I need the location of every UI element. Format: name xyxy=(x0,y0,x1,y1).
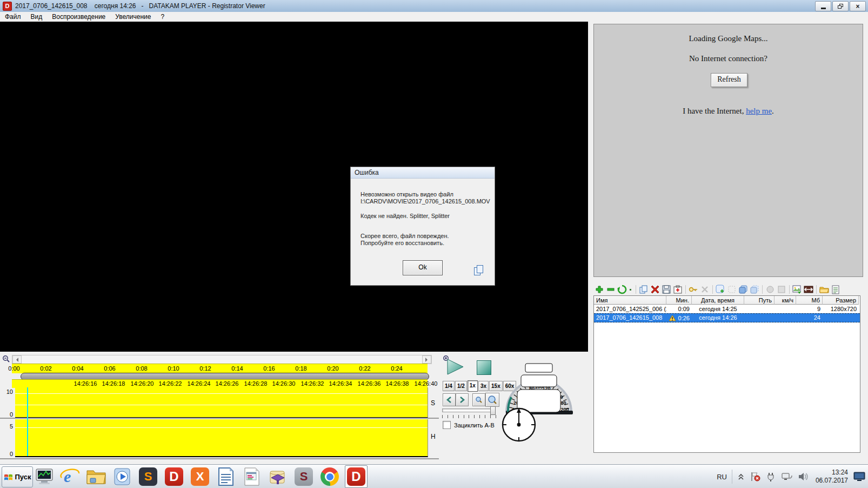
dialog-title[interactable]: Ошибка xyxy=(351,167,495,179)
ok-button[interactable]: Ok xyxy=(403,260,443,275)
minimize-button[interactable] xyxy=(815,1,831,11)
add-icon[interactable] xyxy=(595,285,604,294)
network-icon[interactable] xyxy=(781,472,793,482)
add-clip-icon[interactable] xyxy=(716,285,725,294)
internet-explorer-icon[interactable]: e xyxy=(59,466,81,487)
menu-zoom[interactable]: Увеличение xyxy=(110,12,156,22)
speed-15x-button[interactable]: 15x xyxy=(489,381,503,391)
col-datetime[interactable]: Дата, время xyxy=(692,296,744,305)
copy-icon[interactable] xyxy=(639,285,649,294)
position-slider[interactable] xyxy=(442,406,496,414)
xampp-icon[interactable]: X xyxy=(189,466,211,487)
tray-clock[interactable]: 13:24 06.07.2017 xyxy=(816,469,848,485)
dialog-text: Невозможно открыть видео файл xyxy=(360,191,453,197)
repair-icon[interactable] xyxy=(673,285,683,294)
show-hidden-icons-chevron[interactable] xyxy=(737,473,745,480)
track-label-s: S xyxy=(431,399,435,407)
copy-message-icon[interactable] xyxy=(474,265,485,275)
system-monitor-icon[interactable] xyxy=(34,466,55,487)
col-size[interactable]: Размер xyxy=(823,296,859,305)
ruler-tick: 14:26:28 xyxy=(242,380,270,387)
col-mb[interactable]: Мб xyxy=(796,296,823,305)
web-document-icon[interactable] xyxy=(241,466,263,487)
delete-icon[interactable] xyxy=(650,285,660,294)
playhead-cursor[interactable] xyxy=(27,387,28,456)
table-row[interactable]: 2017_0706_142525_006 (2) 0:09 сегодня 14… xyxy=(594,305,860,313)
menu-file[interactable]: Файл xyxy=(0,12,26,22)
folder-icon[interactable] xyxy=(819,285,829,294)
col-min[interactable]: Мин. xyxy=(666,296,692,305)
start-button[interactable]: Пуск xyxy=(2,466,33,487)
chevron-left-icon xyxy=(446,397,452,403)
help-me-link[interactable]: help me xyxy=(746,107,772,115)
image-export-icon[interactable] xyxy=(792,285,802,294)
datakam-icon[interactable]: D xyxy=(163,466,185,487)
absolute-time-ruler[interactable]: 14:26:16 14:26:18 14:26:20 14:26:22 14:2… xyxy=(12,379,428,388)
speaker-icon[interactable] xyxy=(798,472,809,482)
restore-button[interactable] xyxy=(832,1,849,11)
language-indicator[interactable]: RU xyxy=(717,473,727,481)
datakam-player-active-icon[interactable]: D xyxy=(345,465,368,488)
loop-ab-control: Зациклить A-B xyxy=(443,421,495,429)
timeline-zoom-out-button[interactable] xyxy=(2,354,11,363)
speed-3x-button[interactable]: 3x xyxy=(478,381,489,391)
ruler-tick: 14:26:22 xyxy=(156,380,184,387)
scroll-right-button[interactable] xyxy=(422,355,431,364)
speed-1-2-button[interactable]: 1/2 xyxy=(455,381,467,391)
report-icon[interactable] xyxy=(831,285,840,294)
step-forward-button[interactable] xyxy=(456,393,469,406)
remove-icon[interactable] xyxy=(606,285,616,294)
layers-copy-icon[interactable] xyxy=(750,285,759,294)
play-button[interactable] xyxy=(446,358,465,377)
stop-button[interactable] xyxy=(477,360,491,375)
minimize-icon xyxy=(821,8,826,9)
step-back-button[interactable] xyxy=(443,393,456,406)
loop-ab-checkbox[interactable] xyxy=(443,421,451,429)
scroll-left-button[interactable] xyxy=(12,355,22,364)
zoom-large-button[interactable] xyxy=(485,393,499,407)
save-icon[interactable] xyxy=(662,285,671,294)
speed-1-4-button[interactable]: 1/4 xyxy=(443,381,455,391)
col-name[interactable]: Имя xyxy=(594,296,666,305)
power-plug-icon[interactable] xyxy=(765,472,776,482)
ruler-tick: 14:26:40 xyxy=(412,380,440,387)
tray-time: 13:24 xyxy=(816,469,848,477)
relative-time-ruler[interactable]: 0:00 0:02 0:04 0:06 0:08 0:10 0:12 0:14 … xyxy=(12,364,428,373)
sensor-chart-s[interactable] xyxy=(15,387,428,418)
show-desktop-icon[interactable] xyxy=(853,471,866,482)
registrator-icon[interactable]: S xyxy=(293,466,315,487)
sublime-text-icon[interactable]: S xyxy=(137,466,159,487)
slider-thumb[interactable] xyxy=(490,406,496,415)
col-path[interactable]: Путь xyxy=(744,296,774,305)
menu-playback[interactable]: Воспроизведение xyxy=(47,12,110,22)
certificate-icon[interactable] xyxy=(267,466,289,487)
axis-tick-label: 10 xyxy=(3,388,13,395)
libreoffice-writer-icon[interactable] xyxy=(215,466,237,487)
timeline-scrollbar[interactable] xyxy=(12,355,432,364)
ruler-tick: 0:16 xyxy=(261,365,277,372)
arrow-right-icon xyxy=(425,358,430,362)
close-button[interactable]: × xyxy=(850,1,866,11)
resize-icon[interactable] xyxy=(804,285,813,294)
sensor-chart-h[interactable] xyxy=(15,419,428,457)
chrome-icon[interactable] xyxy=(319,466,340,487)
col-kmh[interactable]: км/ч xyxy=(774,296,796,305)
menu-view[interactable]: Вид xyxy=(26,12,48,22)
svg-text:200: 200 xyxy=(560,407,569,412)
table-row-selected[interactable]: 2017_0706_142615_008 0:26 сегодня 14:26 … xyxy=(594,313,860,322)
refresh-icon[interactable] xyxy=(617,285,627,294)
action-center-flag-icon[interactable] xyxy=(750,472,760,482)
more-icon[interactable] xyxy=(629,285,633,294)
refresh-button[interactable]: Refresh xyxy=(711,73,747,87)
ruler-tick: 0:08 xyxy=(133,365,150,372)
speed-1x-button[interactable]: 1x xyxy=(468,380,478,392)
file-explorer-icon[interactable] xyxy=(85,466,107,487)
zoom-small-button[interactable] xyxy=(472,393,485,406)
ruler-tick: 0:22 xyxy=(357,365,373,372)
key-icon[interactable] xyxy=(689,285,698,294)
slider-track[interactable] xyxy=(442,408,495,412)
media-player-icon[interactable] xyxy=(111,466,133,487)
menu-help[interactable]: ? xyxy=(156,12,169,22)
layers-icon[interactable] xyxy=(738,285,748,294)
close-icon: × xyxy=(856,3,859,10)
